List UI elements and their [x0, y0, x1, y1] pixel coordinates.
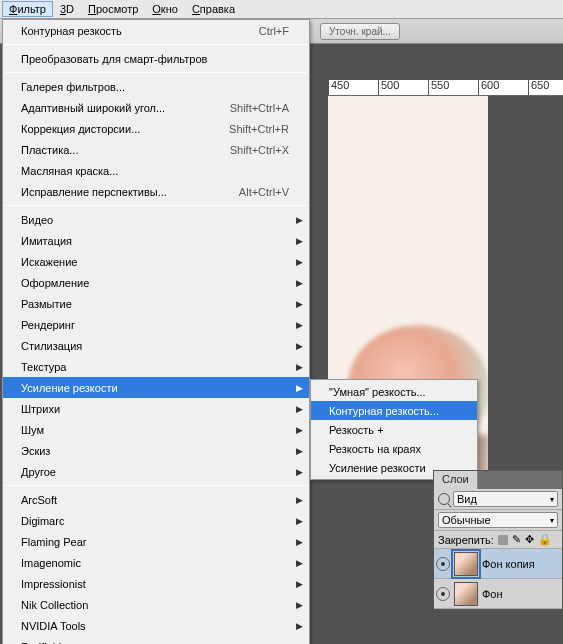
menu-plugin-flamingpear[interactable]: Flaming Pear▶: [3, 531, 309, 552]
menu-cat-brushstrokes[interactable]: Штрихи▶: [3, 398, 309, 419]
submenu-sharpen-more[interactable]: Резкость +: [311, 420, 477, 439]
menu-label: Усиление резкости: [329, 462, 426, 474]
menu-cat-noise[interactable]: Шум▶: [3, 419, 309, 440]
menu-label: "Умная" резкость...: [329, 386, 426, 398]
menu-label: Искажение: [21, 256, 77, 268]
ruler-tick: 500: [378, 80, 428, 96]
chevron-right-icon: ▶: [296, 621, 303, 631]
lock-transparency-icon[interactable]: [498, 535, 508, 545]
chevron-right-icon: ▶: [296, 383, 303, 393]
refine-edge-button[interactable]: Уточн. край...: [320, 23, 400, 40]
menu-last-filter[interactable]: Контурная резкость Ctrl+F: [3, 20, 309, 41]
move-icon[interactable]: ✥: [525, 533, 534, 546]
chevron-right-icon: ▶: [296, 579, 303, 589]
menu-label: Другое: [21, 466, 56, 478]
menu-cat-sketch[interactable]: Эскиз▶: [3, 440, 309, 461]
menu-cat-render[interactable]: Рендеринг▶: [3, 314, 309, 335]
blend-mode-dropdown[interactable]: Обычные▾: [438, 512, 558, 528]
submenu-sharpen-edges[interactable]: Резкость на краях: [311, 439, 477, 458]
menu-plugin-digimarc[interactable]: Digimarc▶: [3, 510, 309, 531]
ruler-tick: 550: [428, 80, 478, 96]
chevron-right-icon: ▶: [296, 537, 303, 547]
menu-adaptive-wide[interactable]: Адаптивный широкий угол...Shift+Ctrl+A: [3, 97, 309, 118]
layer-thumbnail[interactable]: [454, 552, 478, 576]
layer-thumbnail[interactable]: [454, 582, 478, 606]
menu-label: Redfield: [21, 641, 61, 645]
menu-label: Галерея фильтров...: [21, 81, 125, 93]
layers-panel: Слои Вид▾ Обычные▾ Закрепить: ✎ ✥ 🔒 Фон …: [433, 470, 563, 610]
tab-layers[interactable]: Слои: [434, 471, 478, 489]
menu-cat-pixelate[interactable]: Оформление▶: [3, 272, 309, 293]
chevron-right-icon: ▶: [296, 467, 303, 477]
menu-cat-sharpen[interactable]: Усиление резкости▶: [3, 377, 309, 398]
submenu-unsharp-mask[interactable]: Контурная резкость...: [311, 401, 477, 420]
lock-all-icon[interactable]: 🔒: [538, 533, 552, 546]
menu-cat-texture[interactable]: Текстура▶: [3, 356, 309, 377]
chevron-right-icon: ▶: [296, 320, 303, 330]
chevron-right-icon: ▶: [296, 425, 303, 435]
chevron-right-icon: ▶: [296, 257, 303, 267]
menu-plugin-nikcollection[interactable]: Nik Collection▶: [3, 594, 309, 615]
blend-row: Обычные▾: [434, 510, 562, 531]
menu-label: Пластика...: [21, 144, 78, 156]
horizontal-ruler: 450 500 550 600 650: [328, 80, 563, 96]
layer-row[interactable]: Фон копия: [434, 549, 562, 579]
visibility-icon[interactable]: [436, 587, 450, 601]
menu-lens-correction[interactable]: Коррекция дисторсии...Shift+Ctrl+R: [3, 118, 309, 139]
menu-liquify[interactable]: Пластика...Shift+Ctrl+X: [3, 139, 309, 160]
menubar-item-help[interactable]: Справка: [185, 1, 242, 17]
menu-vanishing-point[interactable]: Исправление перспективы...Alt+Ctrl+V: [3, 181, 309, 202]
chevron-right-icon: ▶: [296, 362, 303, 372]
menu-plugin-redfield[interactable]: Redfield▶: [3, 636, 309, 644]
menu-plugin-imagenomic[interactable]: Imagenomic▶: [3, 552, 309, 573]
chevron-down-icon: ▾: [550, 495, 554, 504]
visibility-icon[interactable]: [436, 557, 450, 571]
menu-label: Nik Collection: [21, 599, 88, 611]
menu-oil-paint[interactable]: Масляная краска...: [3, 160, 309, 181]
chevron-right-icon: ▶: [296, 236, 303, 246]
menubar-item-window[interactable]: Окно: [145, 1, 185, 17]
layer-row[interactable]: Фон: [434, 579, 562, 609]
dropdown-value: Вид: [457, 493, 477, 505]
menu-label: Контурная резкость...: [329, 405, 439, 417]
menu-convert-smart[interactable]: Преобразовать для смарт-фильтров: [3, 48, 309, 69]
menu-label: Преобразовать для смарт-фильтров: [21, 53, 207, 65]
menubar-item-3d[interactable]: 3D: [53, 1, 81, 17]
menu-cat-other[interactable]: Другое▶: [3, 461, 309, 482]
menu-separator: [5, 485, 307, 486]
menu-cat-blur[interactable]: Размытие▶: [3, 293, 309, 314]
chevron-right-icon: ▶: [296, 558, 303, 568]
chevron-right-icon: ▶: [296, 299, 303, 309]
menu-cat-distort[interactable]: Искажение▶: [3, 251, 309, 272]
menu-label: Flaming Pear: [21, 536, 86, 548]
menu-cat-stylize[interactable]: Стилизация▶: [3, 335, 309, 356]
menu-label: Адаптивный широкий угол...: [21, 102, 165, 114]
menu-plugin-nvidia[interactable]: NVIDIA Tools▶: [3, 615, 309, 636]
menu-plugin-impressionist[interactable]: Impressionist▶: [3, 573, 309, 594]
chevron-right-icon: ▶: [296, 600, 303, 610]
brush-icon[interactable]: ✎: [512, 533, 521, 546]
menu-cat-artistic[interactable]: Имитация▶: [3, 230, 309, 251]
ruler-tick: 650: [528, 80, 563, 96]
menu-label: Размытие: [21, 298, 72, 310]
menu-label: Шум: [21, 424, 44, 436]
search-icon[interactable]: [438, 493, 450, 505]
menubar: Фильтр 3D Просмотр Окно Справка: [0, 0, 563, 19]
menu-cat-video[interactable]: Видео▶: [3, 209, 309, 230]
menubar-item-view[interactable]: Просмотр: [81, 1, 145, 17]
menu-label: Digimarc: [21, 515, 64, 527]
menu-shortcut: Shift+Ctrl+X: [230, 144, 289, 156]
menu-label: Резкость +: [329, 424, 384, 436]
submenu-smart-sharpen[interactable]: "Умная" резкость...: [311, 382, 477, 401]
chevron-right-icon: ▶: [296, 341, 303, 351]
chevron-right-icon: ▶: [296, 278, 303, 288]
filter-kind-dropdown[interactable]: Вид▾: [453, 491, 558, 507]
menu-plugin-arcsoft[interactable]: ArcSoft▶: [3, 489, 309, 510]
menu-label: Контурная резкость: [21, 25, 122, 37]
ruler-tick: 450: [328, 80, 378, 96]
menubar-item-filter[interactable]: Фильтр: [2, 1, 53, 17]
menu-filter-gallery[interactable]: Галерея фильтров...: [3, 76, 309, 97]
menu-label: Коррекция дисторсии...: [21, 123, 140, 135]
menu-label: Штрихи: [21, 403, 60, 415]
menu-separator: [5, 205, 307, 206]
